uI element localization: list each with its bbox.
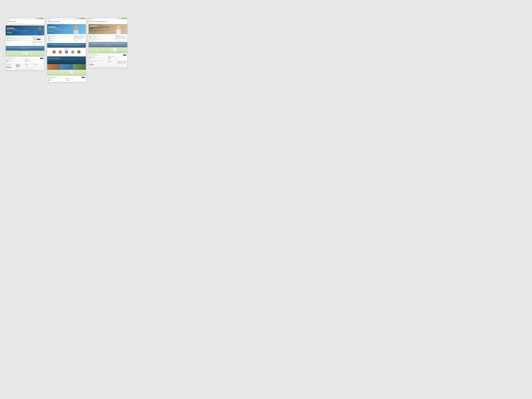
map-road-3-3 — [96, 47, 97, 53]
make-appointment-btn-3[interactable]: MAKE AN APPOINTMENT — [122, 18, 127, 19]
testimonial-2: "Dr. Fressler took great care of our fam… — [47, 43, 86, 48]
access-content-3-4: Pay Your Bill Pay your invoices by credi… — [109, 58, 118, 59]
url-bar-3[interactable] — [93, 18, 117, 19]
all-news-link-1[interactable]: All News & Announcements — [7, 42, 32, 42]
browser-close-3[interactable] — [89, 18, 90, 19]
footer-bottom-3: © 2016 DocuHate LLC | All Rights Reserve… — [89, 66, 126, 67]
url-bar-2[interactable] — [51, 18, 76, 19]
online-header-text-3: Convenient Online Access Our Patient Por… — [89, 54, 110, 56]
sign-in-btn-2[interactable]: SIGN IN — [82, 77, 85, 78]
map-bg-3 — [89, 47, 127, 53]
privia-label-1: PROUD TO BE A PART OF PRIVIA MEDICAL GRO… — [32, 36, 44, 38]
browser-max[interactable] — [8, 18, 9, 19]
testimonial-1: "Love this place. All the doctors, nurse… — [6, 46, 44, 51]
svg-point-0 — [38, 27, 42, 31]
browser-actions-2: PATIENT LOGIN MAKE AN APPOINTMENT — [77, 18, 85, 19]
hero-2: NOW ACCEPTING NEW PATIENTS Care You Can … — [47, 24, 86, 34]
browser-min-3[interactable] — [90, 18, 91, 19]
google-plus-icon-1[interactable]: g+ — [9, 67, 10, 68]
footer-social-3: f t g+ ▶ — [89, 64, 98, 65]
privia-website-link-2[interactable]: Privia Website — [75, 41, 77, 41]
nav-contact-1[interactable]: Contact Us — [20, 23, 23, 24]
hero-3: NOW ACCEPTING NEW PATIENTS A Female Phys… — [89, 24, 127, 34]
twitter-icon-3[interactable]: t — [91, 64, 92, 65]
make-appointment-btn-1[interactable]: MAKE AN APPOINTMENT — [39, 18, 44, 19]
browser-close-2[interactable] — [48, 18, 48, 19]
blog-excerpt-2: Having treated thousands of patients of … — [48, 59, 85, 60]
testimonial-quote-2: "Dr. Fressler took great care of our fam… — [49, 44, 84, 46]
nav-meet-dr-3[interactable]: Meet Dr. Hall — [92, 23, 95, 24]
footer-col-1-2: Meet the Team Lisa Foreshore, MD, FAAP H… — [16, 64, 25, 68]
hero-cta-2[interactable]: MAKE AN APPOINTMENT — [48, 31, 54, 32]
nav-contact-3[interactable]: Contact Us — [103, 23, 105, 24]
nav-contact-2[interactable]: Contact Us — [62, 23, 64, 24]
testimonial-3: "Dr. Hall and her staff are friendly, ca… — [89, 42, 127, 47]
two-col-3: NEWS & ANNOUNCEMENTS FEB 02 Alexandria O… — [89, 35, 126, 41]
nav-patient-2[interactable]: Patient Resources — [57, 23, 61, 24]
browser-min[interactable] — [7, 18, 8, 19]
news-item-2-1: JAN 30 Inclement Weather Policy Our offi… — [48, 36, 73, 38]
news-item-1-1: JAN 30 New Service: Pharmacy We now have… — [7, 38, 32, 39]
facebook-icon-1[interactable]: f — [7, 67, 7, 68]
testimonial-author-3: - Anonymous — [90, 46, 126, 46]
browser-bar-3: PATIENT LOGIN MAKE AN APPOINTMENT — [89, 18, 127, 19]
nav-team-1[interactable]: Meet the Team — [9, 23, 12, 24]
nav-patient-3[interactable]: Patient Resources — [98, 23, 102, 24]
alert-bar-1: ⚠ OFFICE CLOSURE - MARCH 5TH - Due to se… — [6, 24, 44, 25]
privia-logo-1: P PRIVIA — [7, 20, 10, 21]
blog-img-2-3 — [73, 64, 86, 70]
privia-website-link-1[interactable]: Privia Website — [34, 44, 36, 45]
team-member-2-4: Chanda Almade, CFNP — [70, 50, 76, 54]
news-date-1-2: JAN 27 — [7, 40, 8, 41]
browser-min-2[interactable] — [49, 18, 50, 19]
browser-max-3[interactable] — [91, 18, 92, 19]
all-news-link-3[interactable]: All News & Announcements — [89, 40, 114, 41]
testimonial-quote-1: "Love this place. All the doctors, nurse… — [7, 47, 43, 49]
youtube-icon-3[interactable]: ▶ — [93, 64, 94, 65]
site-title-1: Capitol Medical Group — [7, 21, 44, 22]
nav-about-2[interactable]: About Us — [48, 23, 50, 24]
access-content-1-3: Request Prescriptions Save time on phone… — [8, 61, 22, 62]
news-date-3-2: JAN 27 — [89, 38, 91, 39]
nav-team-2[interactable]: Meet the Team — [51, 23, 54, 24]
sign-in-btn-3[interactable]: SIGN IN — [123, 54, 126, 56]
browser-max-2[interactable] — [50, 18, 51, 19]
patient-login-btn-3[interactable]: PATIENT LOGIN — [118, 18, 122, 19]
patient-login-btn-1[interactable]: PATIENT LOGIN — [35, 18, 39, 19]
make-appointment-btn-2[interactable]: MAKE AN APPOINTMENT — [81, 18, 85, 19]
access-content-2-1: Schedule Appointments — [49, 79, 54, 79]
footer-1: Capitol Medical Group 4601 Connecticut A… — [6, 63, 44, 70]
browser-close[interactable] — [6, 18, 7, 19]
all-news-link-2[interactable]: All News & Announcements — [48, 42, 73, 42]
google-plus-icon-3[interactable]: g+ — [92, 64, 93, 65]
nav-about-1[interactable]: About Us — [7, 23, 8, 24]
nav-patient-1[interactable]: Patient Resources — [16, 23, 19, 24]
map-1: LOCATION 4601 Connecticut Avenue Chevy C… — [6, 51, 44, 57]
header-top-2: P PRIVIA — [48, 20, 85, 21]
nav-about-3[interactable]: About Us — [89, 23, 91, 24]
svg-rect-5 — [116, 29, 121, 34]
nav-services-1[interactable]: Services — [13, 23, 15, 24]
news-item-3-2: JAN 27 Online Menopause Store Dr. Hall h… — [89, 38, 114, 40]
url-bar-1[interactable] — [10, 18, 34, 19]
sign-in-btn-1[interactable]: SIGN IN — [40, 58, 44, 59]
youtube-icon-1[interactable]: ▶ — [10, 67, 11, 68]
main-canvas: PATIENT LOGIN MAKE AN APPOINTMENT P PRIV… — [2, 18, 131, 82]
access-content-1-4: Pay Your Bill Pay your invoices by credi… — [26, 61, 35, 62]
access-item-3-1: 📅 Schedule Appointments The easiest way … — [89, 56, 108, 57]
site-subtitle-1: FAMILY MEDICINE — [7, 22, 44, 23]
access-item-1-4: 💳 Pay Your Bill Pay your invoices by cre… — [25, 61, 44, 62]
twitter-icon-1[interactable]: t — [8, 67, 9, 68]
privia-website-link-3[interactable]: Privia Website — [117, 41, 119, 41]
hero-cta-1[interactable]: MAKE AN APPOINTMENT — [7, 32, 13, 33]
patient-login-btn-2[interactable]: PATIENT LOGIN — [77, 18, 80, 19]
nav-services-3[interactable]: Services — [96, 23, 97, 24]
nav-services-2[interactable]: Services — [55, 23, 56, 24]
online-header-3: Convenient Online Access Our Patient Por… — [89, 54, 126, 56]
blog-read-more-2[interactable]: Read More — [48, 60, 85, 60]
hero-title-1: Part of Your Family — [7, 29, 28, 30]
facebook-icon-3[interactable]: f — [89, 64, 90, 65]
map-address-2: 7475 Little River Turnpike Suite 300 Ann… — [69, 71, 72, 74]
site-annandale: PATIENT LOGIN MAKE AN APPOINTMENT P PRIV… — [47, 18, 86, 82]
hero-cta-3[interactable]: MAKE AN APPOINTMENT — [89, 32, 95, 33]
